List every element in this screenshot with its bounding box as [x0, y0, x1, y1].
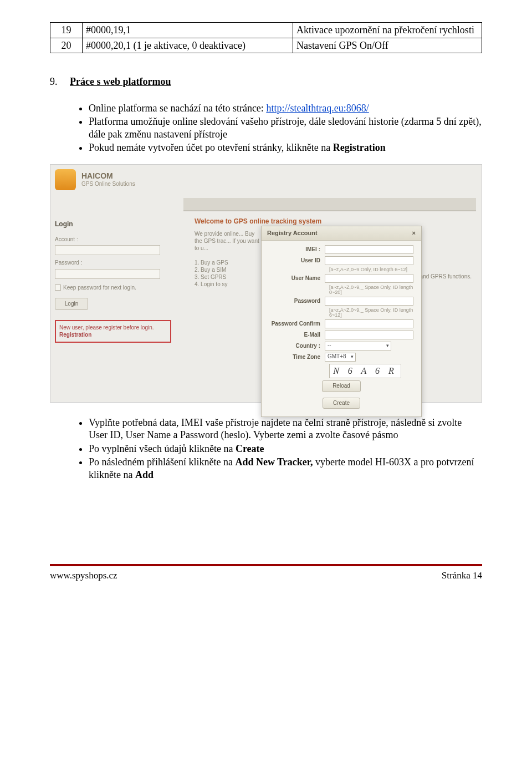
password-input[interactable]: [55, 269, 160, 279]
pwconfirm-label: Password Confirm: [269, 321, 325, 328]
password-hint: [a~z,A~Z,0~9,_ Space Only, ID length 6~1…: [329, 308, 413, 318]
cell-desc: Nastavení GPS On/Off: [293, 38, 482, 53]
reload-button[interactable]: Reload: [322, 380, 361, 392]
userid-label: User ID: [269, 257, 325, 265]
account-input[interactable]: [55, 245, 160, 255]
registration-link[interactable]: Registration: [59, 332, 167, 339]
password-field-input[interactable]: [325, 297, 413, 306]
dialog-close-icon[interactable]: ×: [412, 230, 416, 237]
text: Online platforma se nachází na této strá…: [89, 103, 266, 114]
bullet-fill-data: Vyplňte potřebná data, IMEI vaše přístro…: [89, 416, 482, 441]
registry-account-dialog: Registry Account × IMEI : User ID [a~z,A…: [261, 226, 422, 418]
password-field-label: Password: [269, 298, 325, 305]
embedded-screenshot: HAICOM GPS Online Solutions Login Accoun…: [50, 164, 482, 403]
bullet-registration: Pokud nemáte vytvořen účet po otevření s…: [89, 141, 482, 154]
text: Po vyplnění všech údajů klikněte na: [89, 443, 236, 454]
imei-input[interactable]: [325, 245, 413, 254]
steps-bullets: Vyplňte potřebná data, IMEI vaše přístro…: [50, 416, 482, 481]
add-new-tracker-bold: Add New Tracker,: [235, 456, 313, 468]
userid-input[interactable]: [325, 256, 413, 265]
pwconfirm-input[interactable]: [325, 319, 413, 328]
cell-num: 19: [50, 23, 83, 38]
section-title: Práce s web platformou: [70, 76, 171, 87]
bullet-platform-link: Online platforma se nachází na této strá…: [89, 102, 482, 115]
timezone-select[interactable]: GMT+8: [325, 353, 356, 362]
intro-bullets: Online platforma se nachází na této strá…: [50, 102, 482, 154]
welcome-heading: Welcome to GPS online tracking system: [195, 217, 321, 226]
platform-url-link[interactable]: http://stealthtraq.eu:8068/: [266, 103, 369, 114]
country-label: Country :: [269, 343, 325, 350]
imei-label: IMEI :: [269, 246, 325, 253]
cell-desc: Aktivace upozornění na překročení rychlo…: [293, 23, 482, 38]
keep-password-checkbox[interactable]: Keep password for next login.: [55, 285, 171, 292]
command-table: 19 #0000,19,1 Aktivace upozornění na pře…: [50, 22, 482, 53]
cell-cmd: #0000,19,1: [83, 23, 293, 38]
cell-num: 20: [50, 38, 83, 53]
cell-cmd: #0000,20,1 (1 je aktivace, 0 deaktivace): [83, 38, 293, 53]
username-label: User Name: [269, 275, 325, 282]
table-row: 19 #0000,19,1 Aktivace upozornění na pře…: [50, 23, 482, 38]
userid-hint: [a~z,A~Z,0~9 Only, ID length 6~12]: [329, 267, 413, 272]
gprs-note: S and GPRS functions.: [415, 273, 472, 281]
username-hint: [a~z,A~Z,0~9,_ Space Only, ID length 0~2…: [329, 285, 413, 295]
bullet-click-create: Po vyplnění všech údajů klikněte na Crea…: [89, 443, 482, 455]
timezone-label: Time Zone: [269, 354, 325, 361]
login-btn-label: Login: [65, 301, 78, 308]
welcome-subtext: We provide online... Buy the GPS trac...…: [195, 230, 261, 288]
login-sidebar: Login Account : Password : Keep password…: [55, 220, 171, 343]
username-input[interactable]: [325, 274, 413, 283]
add-bold: Add: [135, 469, 154, 480]
table-row: 20 #0000,20,1 (1 je aktivace, 0 deaktiva…: [50, 38, 482, 53]
page-footer: www.spyshops.cz Stránka 14: [50, 564, 482, 581]
bullet-features: Platforma umožňuje online sledování vaše…: [89, 115, 482, 140]
checkbox-icon: [55, 285, 61, 291]
reg-prompt: New user, please register before login.: [59, 324, 167, 332]
captcha-image: N 6 A 6 R: [329, 364, 401, 378]
text: Po následném přihlášení klikněte na: [89, 456, 235, 468]
section-heading: 9. Práce s web platformou: [50, 75, 482, 88]
country-select[interactable]: --: [325, 342, 391, 350]
brand-logo-icon: [55, 169, 76, 190]
brand-subtitle: GPS Online Solutions: [81, 181, 135, 188]
footer-page-number: Stránka 14: [442, 570, 482, 581]
login-heading: Login: [55, 220, 171, 228]
app-brand: HAICOM GPS Online Solutions: [55, 169, 135, 190]
email-label: E-Mail: [269, 332, 325, 339]
password-label: Password :: [55, 260, 171, 267]
bullet-add-tracker: Po následném přihlášení klikněte na Add …: [89, 456, 482, 481]
top-tab-bar: [183, 198, 476, 211]
brand-title: HAICOM: [81, 171, 135, 181]
create-bold: Create: [236, 443, 264, 454]
text: Pokud nemáte vytvořen účet po otevření s…: [89, 142, 333, 153]
footer-url: www.spyshops.cz: [50, 570, 117, 581]
create-button[interactable]: Create: [323, 398, 360, 409]
section-number: 9.: [50, 75, 58, 88]
login-button[interactable]: Login: [55, 298, 88, 310]
dialog-title: Registry Account: [267, 230, 318, 237]
registration-bold: Registration: [333, 142, 386, 153]
account-label: Account :: [55, 236, 171, 243]
keep-label: Keep password for next login.: [63, 285, 136, 292]
email-input[interactable]: [325, 331, 413, 339]
registration-callout: New user, please register before login. …: [55, 320, 171, 343]
